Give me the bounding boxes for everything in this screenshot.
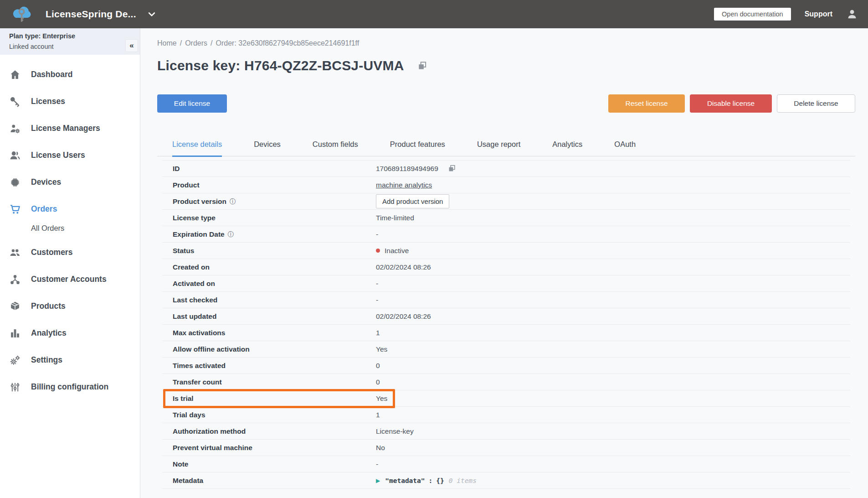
license-details-table: ID1706891189494969Productmachine analyti… <box>162 160 850 489</box>
sidebar-item-label: Dashboard <box>31 70 72 79</box>
user-account-icon[interactable] <box>846 8 858 20</box>
sidebar-item-analytics[interactable]: Analytics <box>0 320 140 347</box>
sidebar-item-label: Analytics <box>31 328 67 338</box>
detail-value-text: 1 <box>376 329 380 337</box>
detail-label: Is trial <box>173 394 376 403</box>
breadcrumb-item[interactable]: Orders <box>185 39 207 47</box>
detail-label: Prevent virtual machine <box>173 444 376 452</box>
detail-value: ▶"metadata":{}0 items <box>376 477 477 484</box>
detail-value: - <box>376 296 378 304</box>
sidebar-item-label: Orders <box>31 204 57 214</box>
copy-license-key-icon[interactable] <box>417 61 427 71</box>
detail-value: machine analytics <box>376 181 432 189</box>
detail-row-license-type: License typeTime-limited <box>162 210 850 226</box>
detail-label: Transfer count <box>173 378 376 386</box>
sidebar-item-devices[interactable]: Devices <box>0 169 140 196</box>
detail-label-text: Last updated <box>173 312 216 321</box>
account-switcher[interactable] <box>148 12 155 17</box>
sidebar-item-dashboard[interactable]: Dashboard <box>0 61 140 88</box>
detail-value: Add product version <box>376 194 449 208</box>
product-link[interactable]: machine analytics <box>376 181 432 189</box>
detail-row-is-trial: Is trialYes <box>162 390 850 407</box>
detail-label: Expiration Dateⓘ <box>173 230 376 239</box>
detail-label: Max activations <box>173 329 376 337</box>
detail-value: 1 <box>376 329 380 337</box>
disable-license-button[interactable]: Disable license <box>690 94 772 113</box>
cart-icon <box>9 203 21 215</box>
sliders-icon <box>9 381 21 393</box>
detail-label-text: ID <box>173 165 180 173</box>
sidebar-item-settings[interactable]: Settings <box>0 347 140 374</box>
detail-value: Time-limited <box>376 214 414 222</box>
tab-license-details[interactable]: License details <box>172 140 222 157</box>
detail-value-text: - <box>376 296 378 304</box>
detail-row-metadata: Metadata▶"metadata":{}0 items <box>162 472 850 489</box>
detail-row-expiration-date: Expiration Dateⓘ- <box>162 226 850 243</box>
tab-devices[interactable]: Devices <box>254 140 281 157</box>
detail-value: 02/02/2024 08:26 <box>376 263 431 271</box>
sidebar-item-license-managers[interactable]: License Managers <box>0 115 140 142</box>
open-documentation-button[interactable]: Open documentation <box>714 8 791 21</box>
detail-value: 0 <box>376 362 380 370</box>
detail-value-text: - <box>376 280 378 288</box>
detail-label-text: Created on <box>173 263 210 271</box>
detail-value: - <box>376 230 378 239</box>
account-name[interactable]: LicenseSpring De... <box>46 9 136 20</box>
detail-label-text: Activated on <box>173 280 215 288</box>
sidebar-subitem-all-orders[interactable]: All Orders <box>0 220 140 236</box>
tab-product-features[interactable]: Product features <box>390 140 445 157</box>
box-icon <box>9 301 21 312</box>
detail-label: Metadata <box>173 477 376 485</box>
sidebar-collapse-button[interactable]: « <box>125 39 138 52</box>
chevron-down-icon <box>148 12 155 17</box>
sidebar-item-label: Customer Accounts <box>31 275 107 284</box>
add-product-version-button[interactable]: Add product version <box>376 194 449 208</box>
detail-label: Allow offline activation <box>173 345 376 353</box>
chip-icon <box>9 176 21 188</box>
detail-value: - <box>376 460 378 468</box>
tab-usage-report[interactable]: Usage report <box>477 140 520 157</box>
main-content: Home/Orders/Order: 32e630f8627949cb85eec… <box>140 28 868 498</box>
detail-label: Product versionⓘ <box>173 197 376 206</box>
sidebar-item-licenses[interactable]: Licenses <box>0 88 140 115</box>
detail-label-text: Note <box>173 460 188 468</box>
detail-label-text: Prevent virtual machine <box>173 444 252 452</box>
reset-license-button[interactable]: Reset license <box>608 94 685 113</box>
detail-value-text: 02/02/2024 08:26 <box>376 312 431 321</box>
detail-value-text: 1706891189494969 <box>376 165 438 173</box>
expand-triangle-icon[interactable]: ▶ <box>376 477 380 484</box>
detail-value: 0 <box>376 378 380 386</box>
breadcrumb-item[interactable]: Home <box>157 39 177 47</box>
info-icon[interactable]: ⓘ <box>228 230 234 239</box>
detail-label-text: Trial days <box>173 411 205 419</box>
tab-analytics[interactable]: Analytics <box>552 140 582 157</box>
sidebar-item-orders[interactable]: Orders <box>0 196 140 223</box>
sidebar-item-label: Devices <box>31 177 61 187</box>
detail-label: Note <box>173 460 376 468</box>
top-bar: LicenseSpring De... Open documentation S… <box>0 0 868 28</box>
detail-value-text: - <box>376 230 378 239</box>
sidebar-item-license-users[interactable]: License Users <box>0 142 140 169</box>
tab-custom-fields[interactable]: Custom fields <box>313 140 358 157</box>
plan-strip: Plan type: Enterprise Linked account « <box>0 28 140 55</box>
sidebar-item-billing-configuration[interactable]: Billing configuration <box>0 374 140 400</box>
detail-row-prevent-virtual-machine: Prevent virtual machineNo <box>162 440 850 456</box>
tab-oauth[interactable]: OAuth <box>614 140 636 157</box>
info-icon[interactable]: ⓘ <box>230 197 236 206</box>
detail-value-text: No <box>376 444 385 452</box>
copy-icon[interactable] <box>447 164 456 173</box>
detail-value-text: 0 <box>376 362 380 370</box>
detail-row-id: ID1706891189494969 <box>162 161 850 177</box>
users-outline-icon <box>9 150 21 161</box>
sidebar-item-customer-accounts[interactable]: Customer Accounts <box>0 266 140 293</box>
sidebar-item-customers[interactable]: Customers <box>0 239 140 266</box>
sidebar-item-label: Products <box>31 301 66 311</box>
edit-license-button[interactable]: Edit license <box>157 94 227 113</box>
status-dot-icon <box>376 249 380 253</box>
hierarchy-icon <box>9 274 21 285</box>
breadcrumb-item: Order: 32e630f8627949cb85eece214691f1ff <box>216 39 360 47</box>
sidebar-item-products[interactable]: Products <box>0 293 140 320</box>
detail-label-text: Expiration Date <box>173 230 225 239</box>
delete-license-button[interactable]: Delete license <box>777 94 855 113</box>
support-link[interactable]: Support <box>805 10 832 18</box>
